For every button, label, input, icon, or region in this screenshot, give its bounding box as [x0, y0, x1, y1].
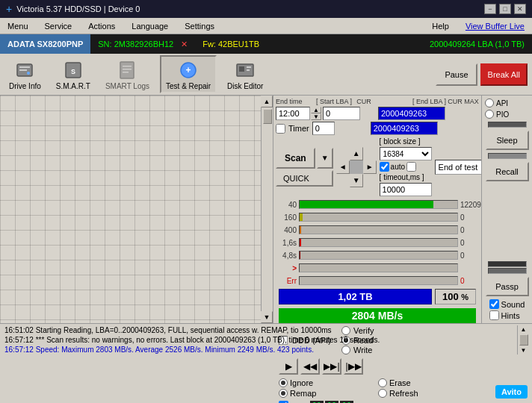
- cur-header2: CUR: [448, 98, 463, 105]
- view-buffer-link[interactable]: View Buffer Live: [461, 20, 529, 32]
- test-repair-button[interactable]: + Test & Repair: [160, 55, 217, 93]
- break-all-button[interactable]: Break All: [480, 63, 528, 86]
- arrow-left[interactable]: ◄: [336, 160, 350, 174]
- indicator-bars-3: [488, 261, 527, 274]
- rewind-button[interactable]: ◀◀: [300, 358, 320, 375]
- remap-option: Remap: [279, 389, 377, 398]
- skip-forward-button[interactable]: ▶▶|: [322, 358, 341, 375]
- menu-language[interactable]: Language: [127, 20, 173, 32]
- refresh-option: Refresh: [378, 389, 476, 398]
- maximize-button[interactable]: □: [499, 4, 511, 14]
- end-time-input[interactable]: [276, 107, 310, 120]
- timeout-label: [ timeout,ms ]: [380, 173, 424, 181]
- speed-label-16s: 1,6s: [276, 239, 297, 247]
- device-name[interactable]: ADATA SX8200PNP: [0, 34, 90, 54]
- hints-checkbox[interactable]: [489, 310, 499, 320]
- pct-label: %: [461, 293, 468, 302]
- api-radio[interactable]: [485, 99, 494, 107]
- minimize-button[interactable]: −: [484, 4, 496, 14]
- erase-label: Erase: [389, 378, 411, 387]
- ignore-radio[interactable]: [279, 378, 288, 387]
- smart-icon: S: [61, 58, 85, 82]
- timer-label: Timer: [288, 124, 309, 133]
- grid-scroll-down[interactable]: ▼: [261, 311, 273, 323]
- auto-check2[interactable]: [406, 162, 416, 172]
- timer-input[interactable]: [312, 122, 335, 135]
- speed-bar-err: [299, 263, 458, 272]
- sound-label: Sound: [501, 300, 525, 309]
- speed-bar-48s: [299, 251, 458, 260]
- smart-label: S.M.A.R.T: [56, 82, 90, 90]
- svg-text:+: +: [186, 65, 191, 75]
- timer-checkbox[interactable]: [276, 124, 285, 134]
- device-close[interactable]: ✕: [181, 40, 188, 49]
- ignore-label: Ignore: [290, 378, 313, 387]
- smart-button[interactable]: S S.M.A.R.T: [52, 57, 95, 92]
- recall-button[interactable]: Recall: [486, 162, 529, 181]
- status-scroll-up[interactable]: ▲: [521, 326, 527, 333]
- menu-help[interactable]: Help: [427, 20, 454, 32]
- timeout-input[interactable]: [380, 183, 432, 196]
- ind-bar-1: [488, 122, 527, 128]
- arrow-down[interactable]: ▼: [350, 174, 363, 187]
- playback-controls: ▶ ◀◀ ▶▶| |▶▶: [279, 358, 476, 375]
- speed-bar-16s: [299, 238, 458, 247]
- refresh-radio[interactable]: [378, 389, 387, 398]
- timer-row: Timer: [276, 122, 479, 135]
- scan-button[interactable]: Scan: [276, 148, 315, 169]
- status-scroll-thumb[interactable]: [519, 334, 528, 346]
- menu-menu[interactable]: Menu: [3, 20, 33, 32]
- pio-radio-row: PIO: [485, 110, 529, 119]
- time-down[interactable]: ▼: [311, 113, 321, 120]
- pause-button[interactable]: Pause: [436, 63, 477, 86]
- erase-radio[interactable]: [378, 378, 387, 387]
- tb-display: 1,02 TB: [279, 289, 432, 304]
- auto-checkbox[interactable]: [380, 162, 389, 172]
- svg-text:S: S: [71, 68, 75, 75]
- avito-badge: Avito: [495, 385, 528, 399]
- smart-logs-button[interactable]: SMART Logs: [101, 57, 154, 92]
- quick-button[interactable]: QUICK: [276, 170, 333, 187]
- sleep-button[interactable]: Sleep: [486, 131, 529, 150]
- status-scroll-down[interactable]: ▼: [521, 347, 527, 354]
- arrow-right[interactable]: ►: [363, 160, 377, 174]
- scan-dropdown[interactable]: ▼: [317, 148, 333, 169]
- skip-end-button[interactable]: |▶▶: [344, 358, 363, 375]
- svg-rect-1: [19, 66, 30, 68]
- play-button[interactable]: ▶: [279, 358, 298, 375]
- indicator-bars: [488, 122, 527, 128]
- status-line-3: 16:57:12 Speed: Maximum 2803 MB/s. Avera…: [3, 345, 517, 354]
- disk-editor-button[interactable]: Disk Editor: [223, 57, 267, 92]
- timer-lba-input[interactable]: [371, 122, 438, 135]
- speed-row-16s: 1,6s 0: [276, 237, 479, 249]
- grid-scroll-up[interactable]: ▲: [261, 96, 273, 107]
- end-lba-header: [ End LBA ]: [374, 98, 446, 105]
- arrow-up[interactable]: ▲: [350, 147, 363, 160]
- passp-button[interactable]: Passp: [486, 277, 529, 296]
- menu-settings[interactable]: Settings: [180, 20, 219, 32]
- menu-service[interactable]: Service: [40, 20, 77, 32]
- close-button[interactable]: ✕: [514, 4, 526, 14]
- end-time-header: End time: [276, 98, 315, 105]
- block-size-select[interactable]: 16384: [380, 147, 432, 160]
- speed-label-err: >: [276, 264, 297, 272]
- speed-val-16s: 0: [460, 239, 479, 247]
- pio-radio[interactable]: [485, 110, 494, 119]
- speed-label-err2: Err: [276, 277, 297, 285]
- status-wrapper: 16:51:02 Starting Reading, LBA=0..200040…: [3, 325, 529, 354]
- start-lba-input[interactable]: [323, 107, 360, 120]
- time-up[interactable]: ▲: [311, 107, 321, 113]
- sound-checkbox[interactable]: [489, 299, 499, 309]
- end-lba-input[interactable]: [378, 107, 445, 120]
- status-scrollbar: ▲ ▼: [517, 325, 529, 354]
- menu-actions[interactable]: Actions: [84, 20, 120, 32]
- sound-hints: Sound Hints: [489, 299, 525, 320]
- remap-radio[interactable]: [279, 389, 288, 398]
- hints-row: Hints: [489, 310, 525, 320]
- grid-scroll-thumb[interactable]: [263, 109, 272, 124]
- test-repair-label: Test & Repair: [166, 82, 211, 90]
- hints-label: Hints: [501, 311, 520, 320]
- end-time-spinner[interactable]: ▲ ▼: [311, 107, 321, 120]
- speed-val-40: 122097: [460, 201, 479, 209]
- drive-info-button[interactable]: Drive Info: [4, 57, 46, 92]
